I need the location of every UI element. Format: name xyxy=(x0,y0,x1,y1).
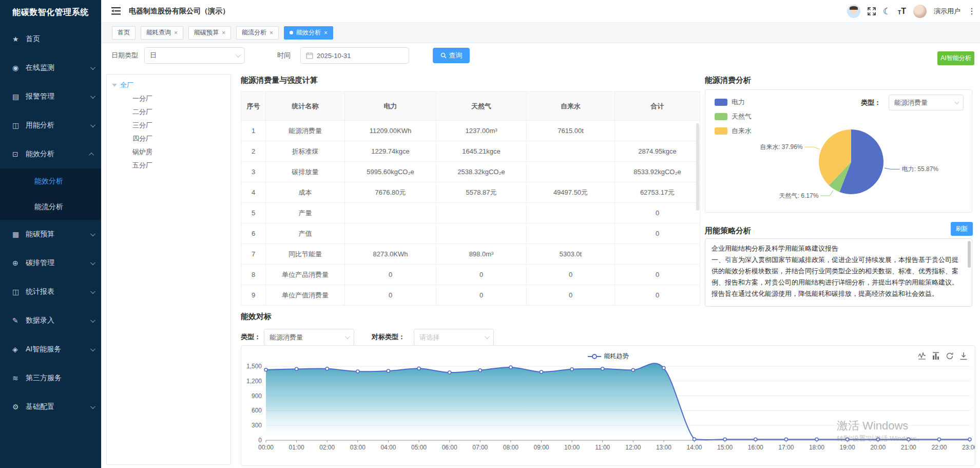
refresh-button[interactable]: 刷新 xyxy=(951,222,973,236)
sidebar-item-energy-use[interactable]: ◫用能分析 xyxy=(0,111,101,140)
table-scrollbar[interactable] xyxy=(696,123,699,211)
sidebar-item-home[interactable]: ★首页 xyxy=(0,25,101,53)
y-tick-label: 600 xyxy=(252,407,262,414)
font-size-icon[interactable]: TT xyxy=(898,7,906,15)
sidebar-item-ai-service[interactable]: ◈AI智能服务 xyxy=(0,335,101,364)
sidebar-item-third-party[interactable]: ≋第三方服务 xyxy=(0,364,101,392)
strategy-text: 企业用能结构分析及科学用能策略建议报告一、引言为深入贯彻国家节能减排政策，促进企… xyxy=(705,239,972,304)
tab-能效分析[interactable]: 能效分析× xyxy=(284,26,333,40)
benchmark-bench-select[interactable]: 请选择 xyxy=(414,329,494,346)
benchmark-title: 能效对标 xyxy=(241,312,272,322)
tab-能碳预算[interactable]: 能碳预算× xyxy=(188,26,231,40)
tree-node-锅炉房[interactable]: 锅炉房 xyxy=(107,145,230,159)
sidebar-item-carbon[interactable]: ⊕碳排管理 xyxy=(0,249,101,277)
table-cell: 0 xyxy=(615,265,700,285)
sidebar-subitem-efficiency-analysis[interactable]: 能效分析 xyxy=(0,169,101,194)
chevron-down-icon xyxy=(90,122,95,127)
sidebar-item-label: 首页 xyxy=(26,34,94,44)
tab-label: 首页 xyxy=(118,28,130,37)
table-cell: 5995.60kgCO₂e xyxy=(345,162,436,182)
pie-label-line xyxy=(820,191,833,196)
x-tick-label: 11:00 xyxy=(595,444,610,451)
data-point-00:00 xyxy=(264,368,267,371)
close-icon[interactable]: × xyxy=(324,29,328,36)
assistant-avatar[interactable] xyxy=(847,5,860,18)
dark-mode-moon-icon[interactable]: ☾ xyxy=(883,7,891,16)
sidebar-item-report[interactable]: ◫统计报表 xyxy=(0,277,101,306)
column-header: 序号 xyxy=(241,92,266,121)
table-cell: 7 xyxy=(241,244,266,265)
chevron-down-icon xyxy=(90,65,95,70)
table-cell xyxy=(436,223,527,244)
company-title: 电器制造股份有限公司（演示） xyxy=(129,7,229,16)
sidebar-menu: ★首页◉在线监测▤报警管理◫用能分析⊡能效分析能效分析能流分析▦能碳预算⊕碳排管… xyxy=(0,25,101,421)
more-menu-icon[interactable]: ⋮ xyxy=(968,7,976,15)
tree-node-二分厂[interactable]: 二分厂 xyxy=(107,105,230,119)
sidebar-item-data-entry[interactable]: ✎数据录入 xyxy=(0,306,101,335)
sidebar-item-monitor[interactable]: ◉在线监测 xyxy=(0,53,101,82)
x-tick-label: 01:00 xyxy=(289,444,304,451)
tree-node-root[interactable]: 全厂 xyxy=(107,79,230,92)
close-icon[interactable]: × xyxy=(270,29,273,36)
x-tick-label: 18:00 xyxy=(809,444,824,451)
table-cell: 7676.80元 xyxy=(345,182,436,203)
sidebar-subitem-energy-flow[interactable]: 能流分析 xyxy=(0,194,101,220)
sidebar-item-config[interactable]: ⚙基础配置 xyxy=(0,392,101,421)
ai-analysis-button[interactable]: AI智能分析 xyxy=(937,51,974,65)
table-cell xyxy=(345,223,436,244)
date-type-select[interactable]: 日 xyxy=(144,47,245,64)
search-button[interactable]: 查询 xyxy=(433,48,470,63)
tab-首页[interactable]: 首页 xyxy=(112,26,136,40)
chevron-down-icon xyxy=(90,231,95,236)
table-cell: 产值 xyxy=(266,223,345,244)
calendar-icon xyxy=(306,52,313,59)
data-point-15:00 xyxy=(723,438,726,441)
x-tick-label: 19:00 xyxy=(840,444,855,451)
data-point-01:00 xyxy=(295,367,298,370)
tree-node-四分厂[interactable]: 四分厂 xyxy=(107,132,230,145)
chevron-down-icon xyxy=(90,289,95,294)
collapse-sidebar-icon[interactable] xyxy=(111,7,121,15)
tree-node-五分厂[interactable]: 五分厂 xyxy=(107,159,230,172)
x-tick-label: 22:00 xyxy=(931,444,947,451)
table-row: 2折标准煤1229.74kgce1645.21kgce2874.95kgce xyxy=(241,141,700,162)
sidebar-item-budget[interactable]: ▦能碳预算 xyxy=(0,220,101,249)
x-tick-label: 00:00 xyxy=(258,444,274,451)
close-icon[interactable]: × xyxy=(222,29,225,36)
table-cell: 1229.74kgce xyxy=(345,141,436,162)
tree-node-一分厂[interactable]: 一分厂 xyxy=(107,92,230,105)
user-avatar[interactable] xyxy=(913,5,927,18)
data-point-23:00 xyxy=(968,438,971,441)
x-tick-label: 06:00 xyxy=(442,444,457,451)
tree-expand-caret-icon[interactable] xyxy=(112,84,117,87)
date-picker-input[interactable]: 2025-10-31 xyxy=(300,47,409,64)
table-cell: 1 xyxy=(241,121,266,141)
benchmark-bench-label: 对标类型： xyxy=(372,329,405,345)
tree-node-三分厂[interactable]: 三分厂 xyxy=(107,119,230,132)
table-cell: 折标准煤 xyxy=(266,141,345,162)
sidebar-item-label: 统计报表 xyxy=(26,287,90,296)
table-body: 1能源消费量11209.00KWh1237.00m³7615.00t2折标准煤1… xyxy=(241,121,700,306)
strategy-scrollbar[interactable] xyxy=(968,241,971,268)
table-cell: 62753.17元 xyxy=(615,182,700,203)
benchmark-type-select[interactable]: 能源消费量 xyxy=(264,329,354,346)
x-tick-label: 20:00 xyxy=(870,444,886,451)
tab-能流分析[interactable]: 能流分析× xyxy=(236,26,279,40)
table-cell xyxy=(615,244,700,265)
alarm-icon: ▤ xyxy=(12,92,22,101)
tab-能耗查询[interactable]: 能耗查询× xyxy=(141,26,183,40)
y-tick-label: 300 xyxy=(252,422,262,429)
compass-icon: ⊕ xyxy=(12,259,22,267)
x-tick-label: 15:00 xyxy=(717,444,733,451)
table-cell: 单位产品消费量 xyxy=(266,265,345,285)
table-cell: 同比节能量 xyxy=(266,244,345,265)
sidebar-item-efficiency[interactable]: ⊡能效分析 xyxy=(0,140,101,169)
table-cell: 2538.32kgCO₂e xyxy=(436,162,527,182)
table-head: 序号统计名称电力天然气自来水合计 xyxy=(241,92,700,121)
sidebar-item-alarm[interactable]: ▤报警管理 xyxy=(0,82,101,111)
table-cell xyxy=(527,223,615,244)
consumption-table-title: 能源消费量与强度计算 xyxy=(241,76,318,85)
gear-icon: ⚙ xyxy=(12,403,22,411)
close-icon[interactable]: × xyxy=(174,29,178,36)
fullscreen-icon[interactable] xyxy=(868,7,876,15)
